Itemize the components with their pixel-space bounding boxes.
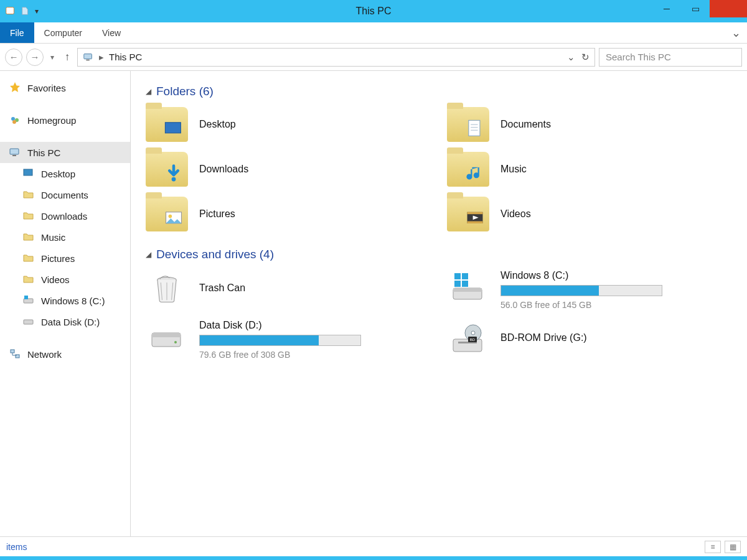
history-dropdown-icon[interactable]: ▾ [47, 49, 57, 66]
sidebar-item-label: Network [27, 349, 62, 360]
folder-icon [22, 273, 35, 286]
forward-button[interactable]: → [26, 49, 44, 66]
navigation-pane[interactable]: Favorites Homegroup This PC Desktop Docu… [0, 71, 131, 536]
close-button[interactable] [710, 0, 747, 17]
sidebar-item-documents[interactable]: Documents [0, 184, 130, 205]
svg-rect-7 [10, 149, 19, 154]
app-icon [5, 6, 16, 17]
folder-item-desktop[interactable]: Desktop [146, 107, 431, 142]
folder-label: Desktop [199, 119, 236, 130]
optical-drive-icon: BD [447, 322, 489, 357]
folder-downloads-icon [146, 152, 188, 187]
svg-rect-34 [462, 281, 468, 287]
homegroup-icon [9, 114, 21, 126]
folder-item-music[interactable]: Music [447, 152, 732, 187]
view-mode-toggles: ≡ ▦ [705, 541, 741, 553]
sidebar-item-favorites[interactable]: Favorites [0, 77, 130, 98]
drive-label: Windows 8 (C:) [500, 270, 732, 281]
tab-file[interactable]: File [0, 22, 34, 43]
section-header-label: Devices and drives (4) [156, 248, 274, 261]
breadcrumb-item[interactable]: This PC [109, 52, 142, 62]
folder-item-downloads[interactable]: Downloads [146, 152, 431, 187]
collapse-caret-icon[interactable]: ◢ [146, 250, 151, 259]
sidebar-item-videos[interactable]: Videos [0, 269, 130, 290]
svg-point-37 [174, 341, 177, 343]
svg-rect-33 [454, 281, 461, 287]
content-pane[interactable]: ◢ Folders (6) Desktop Documents [131, 71, 747, 536]
address-bar[interactable]: ▸ This PC ⌄ ↻ [77, 48, 595, 67]
os-drive-icon [447, 270, 489, 305]
folder-item-pictures[interactable]: Pictures [146, 197, 431, 231]
drive-label: BD-ROM Drive (G:) [500, 332, 732, 343]
quick-access-icon[interactable] [20, 6, 31, 17]
footer-accent [0, 556, 747, 560]
navigation-bar: ← → ▾ ↑ ▸ This PC ⌄ ↻ Search This PC [0, 44, 747, 71]
sidebar-item-label: Windows 8 (C:) [41, 296, 105, 306]
back-button[interactable]: ← [5, 49, 22, 66]
folder-icon [22, 210, 35, 222]
collapse-caret-icon[interactable]: ◢ [146, 87, 151, 96]
sidebar-item-music[interactable]: Music [0, 226, 130, 248]
folder-icon [22, 189, 35, 201]
drive-capacity-bar [500, 285, 662, 296]
minimize-button[interactable]: ─ [652, 0, 681, 17]
ribbon-expand-icon[interactable]: ⌄ [731, 26, 741, 40]
section-header-label: Folders (6) [156, 85, 214, 98]
folder-label: Music [500, 164, 527, 175]
window-controls: ─ ▭ [652, 0, 747, 22]
sidebar-item-label: Downloads [41, 211, 87, 222]
tab-computer[interactable]: Computer [34, 22, 92, 43]
drive-item-g[interactable]: BD BD-ROM Drive (G:) [447, 320, 732, 360]
folder-item-documents[interactable]: Documents [447, 107, 732, 142]
svg-rect-2 [84, 54, 92, 58]
folder-label: Videos [500, 208, 531, 220]
drive-item-trash[interactable]: Trash Can [146, 270, 431, 310]
address-dropdown-icon[interactable]: ⌄ [567, 52, 575, 63]
drive-label: Data Disk (D:) [199, 320, 431, 331]
up-button[interactable]: ↑ [61, 51, 73, 63]
section-header-drives[interactable]: ◢ Devices and drives (4) [146, 248, 732, 261]
section-header-folders[interactable]: ◢ Folders (6) [146, 85, 732, 98]
folder-label: Pictures [199, 208, 235, 220]
folders-grid: Desktop Documents Downloads [146, 107, 732, 231]
icons-view-button[interactable]: ▦ [725, 541, 741, 553]
maximize-button[interactable]: ▭ [681, 0, 710, 17]
sidebar-item-drive-d[interactable]: Data Disk (D:) [0, 311, 130, 332]
folder-item-videos[interactable]: Videos [447, 197, 732, 231]
svg-point-41 [471, 331, 475, 335]
folder-music-icon [447, 152, 489, 187]
folder-desktop-icon [146, 107, 188, 142]
refresh-button[interactable]: ↻ [581, 52, 590, 63]
sidebar-item-pictures[interactable]: Pictures [0, 248, 130, 269]
svg-rect-12 [24, 296, 28, 299]
sidebar-item-label: Videos [41, 274, 70, 285]
drive-item-d[interactable]: Data Disk (D:) 79.6 GB free of 308 GB [146, 320, 431, 360]
title-bar: ▾ This PC ─ ▭ [0, 0, 747, 22]
sidebar-item-this-pc[interactable]: This PC [0, 142, 130, 163]
sidebar-item-label: Homegroup [27, 115, 76, 126]
sidebar-item-network[interactable]: Network [0, 343, 130, 365]
sidebar-item-homegroup[interactable]: Homegroup [0, 110, 130, 131]
sidebar-item-drive-c[interactable]: Windows 8 (C:) [0, 290, 130, 311]
svg-rect-31 [454, 273, 461, 279]
drive-capacity-fill [200, 335, 319, 345]
ribbon-tabs: File Computer View ⌄ [0, 22, 747, 44]
drive-item-c[interactable]: Windows 8 (C:) 56.0 GB free of 145 GB [447, 270, 732, 310]
trash-icon [146, 273, 188, 307]
drive-capacity-bar [199, 335, 361, 346]
folder-icon [22, 252, 35, 264]
desktop-icon [22, 167, 35, 180]
sidebar-item-desktop[interactable]: Desktop [0, 163, 130, 184]
sidebar-item-label: This PC [27, 147, 60, 158]
tab-view[interactable]: View [92, 22, 131, 43]
details-view-button[interactable]: ≡ [705, 541, 721, 553]
svg-rect-13 [24, 320, 33, 324]
svg-rect-36 [152, 333, 181, 337]
search-input[interactable]: Search This PC [599, 48, 742, 67]
sidebar-item-downloads[interactable]: Downloads [0, 205, 130, 226]
svg-rect-9 [24, 169, 32, 175]
svg-rect-27 [467, 222, 483, 223]
svg-point-6 [12, 120, 16, 124]
drive-free-text: 56.0 GB free of 145 GB [500, 300, 732, 310]
quick-access-dropdown-icon[interactable]: ▾ [35, 7, 39, 16]
